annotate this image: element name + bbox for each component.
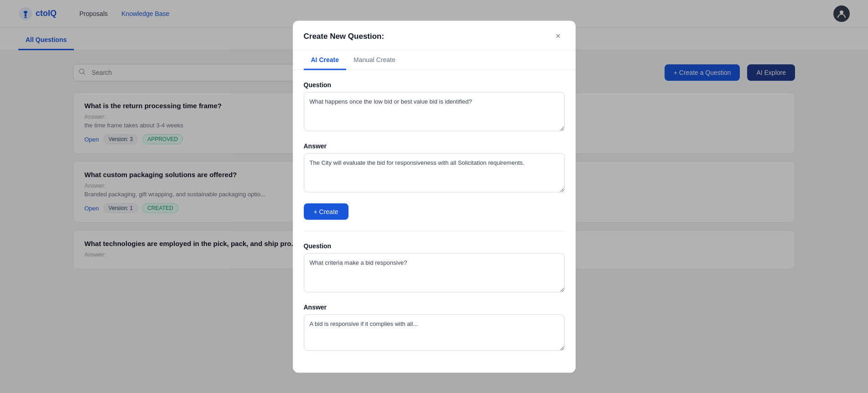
modal-header: Create New Question: × (293, 21, 576, 50)
answer-label-form-2: Answer (304, 303, 565, 310)
modal-close-button[interactable]: × (552, 30, 565, 42)
form-group-answer-2: Answer A bid is responsive if it complie… (304, 303, 565, 352)
form-create-button-1[interactable]: + Create (304, 203, 348, 220)
modal-title: Create New Question: (304, 31, 385, 41)
modal-tabs: AI Create Manual Create (293, 50, 576, 70)
close-icon: × (556, 31, 561, 41)
question-textarea-2[interactable]: What criteria make a bid responsive? (304, 253, 565, 292)
modal-tab-ai-create[interactable]: AI Create (304, 50, 346, 70)
answer-textarea-2[interactable]: A bid is responsive if it complies with … (304, 314, 565, 351)
second-section: Question What criteria make a bid respon… (304, 242, 565, 352)
answer-textarea-1[interactable]: The City will evaluate the bid for respo… (304, 153, 565, 192)
section-divider (304, 231, 565, 231)
modal-body: Question What happens once the low bid o… (293, 70, 576, 372)
modal-create-question: Create New Question: × AI Create Manual … (293, 21, 576, 372)
form-group-question-1: Question What happens once the low bid o… (304, 81, 565, 133)
form-group-question-2: Question What criteria make a bid respon… (304, 242, 565, 294)
answer-label-form-1: Answer (304, 142, 565, 149)
modal-tab-manual-create[interactable]: Manual Create (346, 50, 403, 70)
question-label-2: Question (304, 242, 565, 249)
form-group-answer-1: Answer The City will evaluate the bid fo… (304, 142, 565, 194)
question-label-1: Question (304, 81, 565, 88)
question-textarea-1[interactable]: What happens once the low bid or best va… (304, 92, 565, 131)
